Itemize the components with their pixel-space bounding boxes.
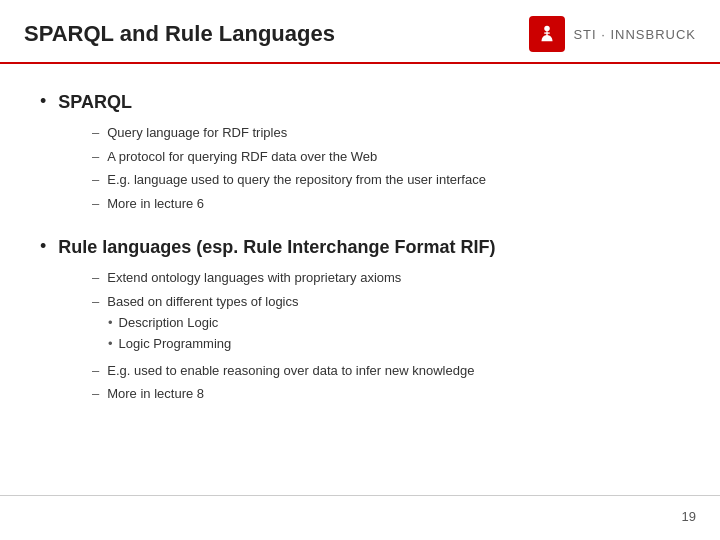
dash-icon: – xyxy=(92,170,99,190)
list-item: – Extend ontology languages with proprie… xyxy=(92,268,680,288)
list-item: – More in lecture 6 xyxy=(92,194,680,214)
nested-items: • Description Logic • Logic Programming xyxy=(108,313,231,355)
sparql-main-bullet: • SPARQL xyxy=(40,92,680,113)
bullet-dot-rule: • xyxy=(40,236,46,257)
list-item: – E.g. used to enable reasoning over dat… xyxy=(92,361,680,381)
dash-icon: – xyxy=(92,194,99,214)
bullet-dot-sparql: • xyxy=(40,91,46,112)
nested-text-1: Description Logic xyxy=(119,313,219,334)
rule-languages-heading: Rule languages (esp. Rule Interchange Fo… xyxy=(58,237,495,258)
rule-languages-main-bullet: • Rule languages (esp. Rule Interchange … xyxy=(40,237,680,258)
footer: 19 xyxy=(682,509,696,524)
rule-languages-sub-items: – Extend ontology languages with proprie… xyxy=(92,268,680,404)
rule-sub-text-2: Based on different types of logics xyxy=(107,292,298,312)
list-item: • Logic Programming xyxy=(108,334,231,355)
rif-bold: Rule Interchange Format RIF xyxy=(243,237,489,257)
logo-text: STI · INNSBRUCK xyxy=(573,27,696,42)
rule-sub-text-4: More in lecture 8 xyxy=(107,384,204,404)
list-item: – A protocol for querying RDF data over … xyxy=(92,147,680,167)
sparql-sub-text-2: A protocol for querying RDF data over th… xyxy=(107,147,377,167)
slide-title: SPARQL and Rule Languages xyxy=(24,21,335,47)
list-item: – More in lecture 8 xyxy=(92,384,680,404)
rule-languages-section: • Rule languages (esp. Rule Interchange … xyxy=(40,237,680,404)
slide: SPARQL and Rule Languages STI · INNSBRUC… xyxy=(0,0,720,540)
logo-svg xyxy=(536,23,558,45)
sparql-sub-text-4: More in lecture 6 xyxy=(107,194,204,214)
sparql-sub-text-3: E.g. language used to query the reposito… xyxy=(107,170,486,190)
logo-area: STI · INNSBRUCK xyxy=(529,16,696,52)
footer-line xyxy=(0,495,720,496)
content-area: • SPARQL – Query language for RDF triple… xyxy=(0,64,720,448)
svg-point-0 xyxy=(545,26,551,32)
list-item: – E.g. language used to query the reposi… xyxy=(92,170,680,190)
rule-sub-text-1: Extend ontology languages with proprieta… xyxy=(107,268,401,288)
sparql-sub-text-1: Query language for RDF triples xyxy=(107,123,287,143)
sparql-heading: SPARQL xyxy=(58,92,132,113)
list-item: – Query language for RDF triples xyxy=(92,123,680,143)
list-item: • Description Logic xyxy=(108,313,231,334)
dash-icon: – xyxy=(92,361,99,381)
nested-bullet-icon: • xyxy=(108,334,113,355)
dash-icon: – xyxy=(92,123,99,143)
sti-logo-icon xyxy=(529,16,565,52)
dash-icon: – xyxy=(92,147,99,167)
sparql-sub-items: – Query language for RDF triples – A pro… xyxy=(92,123,680,213)
page-number: 19 xyxy=(682,509,696,524)
list-item-with-nested: – Based on different types of logics • D… xyxy=(92,292,680,357)
nested-bullet-icon: • xyxy=(108,313,113,334)
header: SPARQL and Rule Languages STI · INNSBRUC… xyxy=(0,0,720,64)
rule-sub-text-3: E.g. used to enable reasoning over data … xyxy=(107,361,474,381)
dash-icon: – xyxy=(92,292,99,312)
dash-icon: – xyxy=(92,384,99,404)
sparql-section: • SPARQL – Query language for RDF triple… xyxy=(40,92,680,213)
list-item-row: – Based on different types of logics xyxy=(92,292,299,312)
dash-icon: – xyxy=(92,268,99,288)
nested-text-2: Logic Programming xyxy=(119,334,232,355)
